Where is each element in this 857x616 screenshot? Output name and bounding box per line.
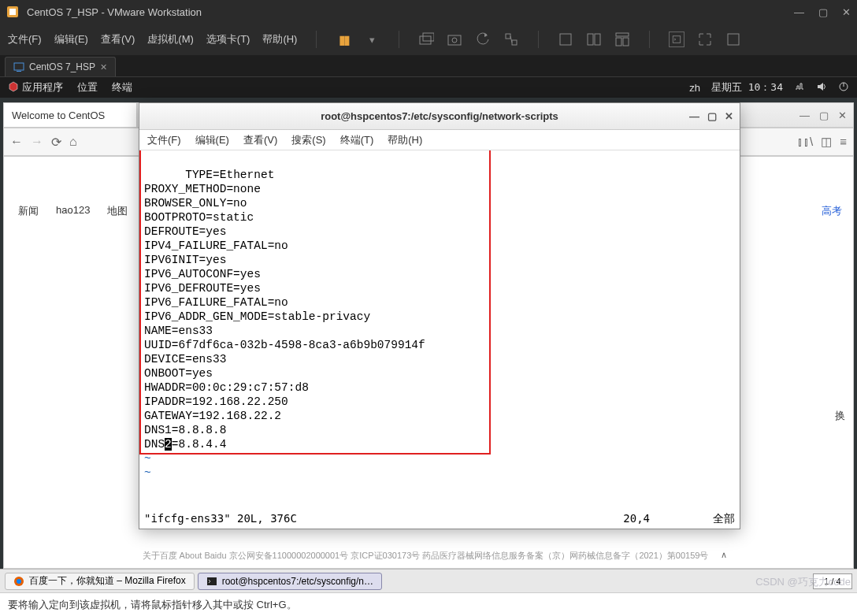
term-menu-edit[interactable]: 编辑(E) — [195, 133, 229, 147]
home-icon[interactable]: ⌂ — [69, 135, 77, 150]
pause-icon[interactable]: ▮▮ — [336, 32, 351, 47]
scroll-top-icon[interactable]: ∧ — [721, 550, 727, 560]
terminal-window[interactable]: root@hspcentos7:/etc/sysconfig/network-s… — [139, 102, 740, 529]
vmware-status-text: 要将输入定向到该虚拟机，请将鼠标指针移入其中或按 Ctrl+G。 — [8, 598, 297, 612]
gnome-top-bar: 应用程序 位置 终端 zh 星期五 10：34 — [0, 77, 857, 98]
svg-rect-3 — [423, 33, 434, 41]
cursor: 2 — [165, 438, 172, 451]
unity-icon[interactable] — [614, 32, 630, 47]
console-icon[interactable] — [669, 32, 684, 47]
term-menu-help[interactable]: 帮助(H) — [388, 133, 422, 147]
term-min[interactable]: — — [689, 110, 699, 122]
fullscreen-icon[interactable] — [697, 32, 713, 47]
menu-help[interactable]: 帮助(H) — [262, 32, 297, 46]
baidu-footer: 关于百度 About Baidu 京公网安备11000002000001号 京I… — [4, 550, 853, 562]
vmware-tab-strip: CentOS 7_HSP ✕ — [0, 55, 857, 77]
task-terminal[interactable]: root@hspcentos7:/etc/sysconfig/n… — [198, 573, 382, 590]
back-icon[interactable]: ← — [10, 135, 23, 150]
baidu-link-news[interactable]: 新闻 — [18, 204, 39, 218]
hamburger-icon[interactable]: ≡ — [840, 135, 847, 149]
snapshot-revert-icon[interactable] — [475, 32, 491, 47]
menu-edit[interactable]: 编辑(E) — [54, 32, 88, 46]
svg-rect-15 — [728, 34, 739, 45]
term-menu-view[interactable]: 查看(V) — [243, 133, 277, 147]
tray-lang[interactable]: zh — [689, 82, 700, 94]
term-menu-file[interactable]: 文件(F) — [147, 133, 181, 147]
terminal-menu[interactable]: 终端 — [112, 80, 132, 95]
library-icon[interactable]: ⫿⫿\ — [797, 135, 813, 149]
sidebar-icon[interactable]: ◫ — [821, 135, 832, 149]
volume-icon[interactable] — [816, 81, 827, 95]
workspace-switcher[interactable]: 1 / 4 — [813, 573, 852, 589]
layout-single-icon[interactable] — [558, 32, 573, 47]
snapshot-icon[interactable] — [447, 32, 462, 47]
menu-file[interactable]: 文件(F) — [8, 32, 42, 46]
baidu-huan[interactable]: 换 — [835, 409, 845, 423]
svg-rect-8 — [560, 34, 571, 45]
close-icon[interactable]: ✕ — [100, 62, 107, 72]
vmware-logo-icon — [6, 6, 19, 18]
ff-close[interactable]: ✕ — [838, 109, 847, 121]
places-menu[interactable]: 位置 — [77, 80, 98, 95]
vmware-menubar: 文件(F) 编辑(E) 查看(V) 虚拟机(M) 选项卡(T) 帮助(H) ▮▮… — [0, 24, 857, 55]
terminal-titlebar: root@hspcentos7:/etc/sysconfig/network-s… — [139, 103, 740, 130]
svg-rect-2 — [420, 36, 431, 44]
welcome-panel: Welcome to CentOS — [3, 102, 137, 128]
menu-tabs[interactable]: 选项卡(T) — [206, 32, 250, 46]
svg-rect-21 — [207, 577, 217, 585]
svg-rect-10 — [595, 34, 600, 45]
baidu-link-gaokao[interactable]: 高考 — [822, 204, 842, 218]
forward-icon[interactable]: → — [31, 135, 43, 150]
svg-rect-9 — [588, 34, 593, 45]
svg-rect-1 — [9, 9, 16, 15]
power-icon[interactable] — [838, 81, 849, 95]
term-close[interactable]: ✕ — [725, 110, 733, 122]
vmware-statusbar: 要将输入定向到该虚拟机，请将鼠标指针移入其中或按 Ctrl+G。 — [0, 592, 857, 616]
svg-point-20 — [17, 579, 21, 584]
reload-icon[interactable]: ⟳ — [51, 135, 61, 150]
maximize-button[interactable]: ▢ — [818, 6, 828, 18]
welcome-text: Welcome to CentOS — [12, 109, 105, 121]
svg-rect-6 — [506, 34, 510, 39]
vm-tab[interactable]: CentOS 7_HSP ✕ — [5, 57, 116, 76]
power-dropdown-icon[interactable]: ▾ — [364, 32, 380, 47]
task-firefox[interactable]: 百度一下，你就知道 – Mozilla Firefox — [5, 573, 195, 590]
minimize-button[interactable]: — — [794, 6, 804, 18]
vm-tab-label: CentOS 7_HSP — [29, 61, 95, 72]
vim-status-line: "ifcfg-ens33" 20L, 376C20,4全部 — [144, 511, 735, 525]
term-max[interactable]: ▢ — [707, 110, 717, 122]
guest-desktop: 应用程序 位置 终端 zh 星期五 10：34 Welcome to CentO… — [0, 77, 857, 592]
tray-clock[interactable]: 星期五 10：34 — [711, 80, 783, 95]
svg-rect-17 — [17, 71, 21, 72]
menu-view[interactable]: 查看(V) — [101, 32, 135, 46]
network-icon[interactable] — [794, 81, 805, 95]
snapshot-manage-icon[interactable] — [503, 32, 519, 47]
term-menu-terminal[interactable]: 终端(T) — [340, 133, 374, 147]
svg-rect-4 — [448, 35, 461, 45]
svg-rect-7 — [512, 40, 517, 45]
svg-rect-16 — [14, 63, 24, 70]
svg-rect-13 — [623, 38, 629, 46]
baidu-link-map[interactable]: 地图 — [107, 204, 128, 218]
svg-rect-14 — [673, 36, 681, 43]
svg-rect-11 — [616, 33, 629, 36]
layout-split-icon[interactable] — [586, 32, 602, 47]
ff-max[interactable]: ▢ — [819, 109, 829, 121]
stretch-icon[interactable] — [725, 32, 741, 47]
vmware-titlebar: CentOS 7_HSP - VMware Workstation — ▢ ✕ — [0, 0, 857, 24]
terminal-body[interactable]: TYPE=Ethernet PROXY_METHOD=none BROWSER_… — [139, 150, 740, 529]
svg-point-5 — [452, 38, 457, 43]
baidu-link-hao123[interactable]: hao123 — [56, 204, 90, 218]
svg-rect-12 — [616, 38, 621, 46]
gnome-taskbar: 百度一下，你就知道 – Mozilla Firefox root@hspcent… — [0, 569, 857, 592]
send-cad-icon[interactable] — [418, 32, 434, 47]
term-menu-search[interactable]: 搜索(S) — [291, 133, 325, 147]
close-button[interactable]: ✕ — [842, 6, 851, 18]
terminal-title-text: root@hspcentos7:/etc/sysconfig/network-s… — [321, 110, 558, 122]
ff-min[interactable]: — — [799, 109, 810, 121]
terminal-menubar: 文件(F) 编辑(E) 查看(V) 搜索(S) 终端(T) 帮助(H) — [139, 130, 740, 150]
apps-menu[interactable]: 应用程序 — [8, 80, 63, 95]
menu-vm[interactable]: 虚拟机(M) — [147, 32, 194, 46]
vmware-title-text: CentOS 7_HSP - VMware Workstation — [27, 6, 202, 18]
